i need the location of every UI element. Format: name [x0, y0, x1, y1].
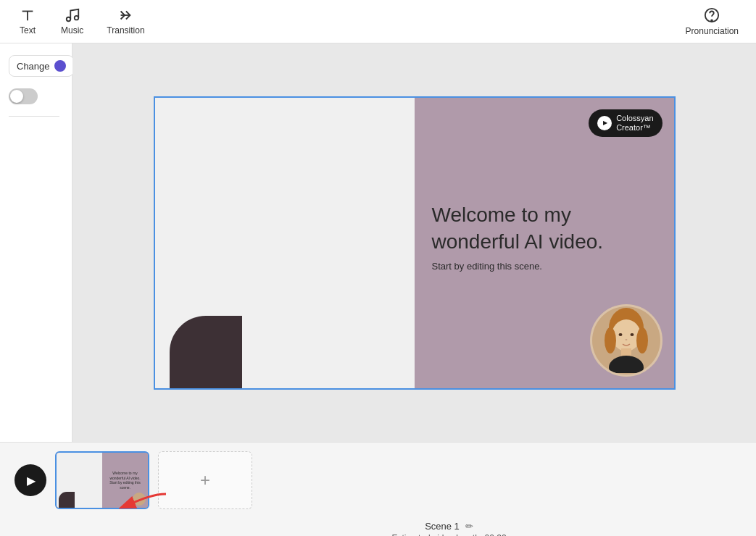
play-button[interactable] — [14, 464, 46, 496]
edit-scene-icon[interactable]: ✏ — [465, 521, 473, 532]
subtitle-text: Start by editing this scene. — [432, 261, 657, 272]
pronunciation-icon — [704, 7, 720, 23]
music-icon — [65, 7, 80, 23]
scene-1-thumbnail[interactable]: Welcome to my wonderful AI video. Start … — [55, 451, 149, 509]
brand-name: Colossyan — [616, 114, 653, 123]
estimated-time: 00:22 — [485, 533, 507, 536]
timeline: Welcome to my wonderful AI video. Start … — [0, 442, 756, 536]
svg-point-8 — [605, 327, 616, 353]
scene-thumb-left — [57, 453, 102, 508]
change-label: Change — [17, 61, 50, 72]
text-icon — [20, 7, 36, 23]
avatar — [590, 304, 662, 377]
toggle-knob — [10, 90, 23, 103]
brand-badge: Colossyan Creator™ — [589, 109, 662, 137]
add-scene-button[interactable]: + — [158, 451, 252, 509]
brand-subtitle: Creator™ — [616, 123, 653, 133]
transition-tool-button[interactable]: Transition — [95, 1, 156, 41]
text-tool-label: Text — [20, 25, 36, 35]
change-button[interactable]: Change — [9, 55, 74, 77]
scene-thumb-text-3: Start by editing this scene. — [105, 480, 145, 490]
decorative-shape — [170, 316, 242, 388]
music-tool-label: Music — [61, 25, 83, 35]
scene-label-row: Scene 1 ✏ — [283, 521, 473, 532]
svg-point-7 — [612, 319, 641, 351]
change-dot — [54, 60, 66, 72]
pronunciation-button[interactable]: Pronunciation — [674, 1, 750, 42]
sidebar-panel: Change — [0, 43, 72, 442]
canvas-area: Colossyan Creator™ Welcome to my wonderf… — [72, 43, 756, 442]
svg-point-13 — [630, 333, 634, 336]
canvas-right: Colossyan Creator™ Welcome to my wonderf… — [415, 98, 674, 388]
scene-thumb-right: Welcome to my wonderful AI video. Start … — [102, 453, 148, 508]
estimated-label: Estimated video length: — [391, 533, 482, 536]
brand-icon — [597, 116, 612, 130]
svg-point-12 — [618, 333, 622, 336]
canvas-left — [155, 98, 415, 388]
toggle-switch[interactable] — [9, 88, 38, 104]
transition-icon — [117, 7, 133, 23]
toolbar: Text Music Transition Pronunciation — [0, 0, 756, 43]
scene-thumb-inner: Welcome to my wonderful AI video. Start … — [57, 453, 148, 508]
scene-thumb-shape — [59, 492, 75, 508]
add-scene-icon: + — [200, 470, 210, 490]
pronunciation-label: Pronunciation — [686, 26, 739, 36]
svg-point-9 — [636, 327, 648, 353]
main-area: Change Colossyan Creator™ — [0, 43, 756, 442]
svg-point-11 — [609, 356, 644, 373]
timeline-inner: Welcome to my wonderful AI video. Start … — [0, 443, 756, 518]
text-tool-button[interactable]: Text — [6, 1, 49, 41]
svg-point-3 — [74, 16, 78, 20]
svg-point-5 — [711, 20, 713, 21]
transition-tool-label: Transition — [107, 25, 144, 35]
estimated-length: Estimated video length: 00:22 — [249, 533, 506, 536]
svg-point-14 — [625, 339, 627, 340]
toolbar-left: Text Music Transition — [6, 1, 157, 41]
brand-text: Colossyan Creator™ — [616, 114, 653, 133]
scene-1-label: Scene 1 — [425, 521, 460, 532]
avatar-image — [594, 308, 659, 373]
toggle-container[interactable] — [9, 88, 38, 104]
scene-thumb-avatar — [133, 493, 146, 506]
split-canvas: Colossyan Creator™ Welcome to my wonderf… — [154, 96, 676, 390]
music-tool-button[interactable]: Music — [49, 1, 95, 41]
sidebar-divider — [9, 116, 59, 117]
svg-point-2 — [66, 17, 70, 22]
welcome-text: Welcome to my wonderful AI video. — [432, 202, 657, 255]
